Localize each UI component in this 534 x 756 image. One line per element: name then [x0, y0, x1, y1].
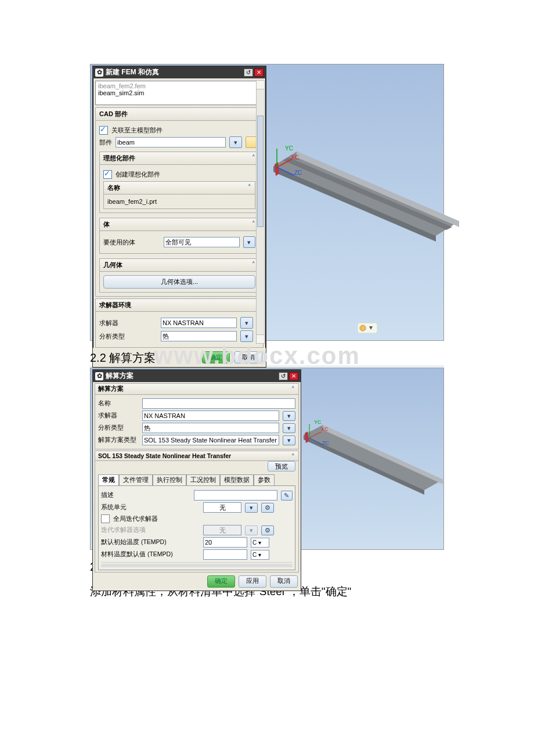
chevron-down-icon[interactable]: ▾	[245, 503, 258, 513]
section-name[interactable]: 名称 ˄	[103, 181, 255, 195]
dialog-new-fem: ✿ 新建 FEM 和仿真 ↺ ✕ ▴ ibeam_fem2.fem ibeam_…	[92, 66, 266, 368]
solution-type-select[interactable]	[142, 435, 279, 445]
svg-line-16	[309, 432, 321, 438]
scroll-up-icon[interactable]	[257, 81, 264, 89]
tempd-input[interactable]	[203, 537, 247, 548]
chevron-down-icon: ▾	[245, 525, 258, 535]
section-sol153[interactable]: SOL 153 Steady State Nonlinear Heat Tran…	[95, 451, 299, 461]
mat-temp-input[interactable]	[203, 549, 247, 560]
file-item[interactable]: ibeam_fem2.fem	[98, 82, 261, 89]
screenshot-solution: ✿ 解算方案 ↺ ✕ 解算方案 ˄ 名称 求解器 ▾	[90, 368, 444, 550]
toolbar-bubble[interactable]	[358, 323, 377, 336]
desc-edit-icon[interactable]: ✎	[281, 491, 293, 501]
tab-exec[interactable]: 执行控制	[153, 474, 186, 485]
chevron-down-icon[interactable]: ▾	[283, 423, 295, 433]
body-use-label: 要使用的体	[103, 238, 160, 247]
chevron-up-icon: ˄	[248, 183, 251, 191]
section-cad[interactable]: CAD 部件 ˄	[95, 107, 264, 121]
close-icon[interactable]: ✕	[254, 69, 264, 77]
chevron-down-icon[interactable]: ▾	[283, 435, 295, 445]
chevron-up-icon: ˄	[252, 154, 255, 161]
chevron-down-icon[interactable]: ▾	[283, 411, 295, 421]
file-item[interactable]: ibeam_sim2.sim	[98, 89, 261, 96]
dialog-titlebar: ✿ 新建 FEM 和仿真 ↺ ✕	[93, 66, 266, 78]
scroll-thumb[interactable]	[257, 116, 264, 227]
dialog-solution: ✿ 解算方案 ↺ ✕ 解算方案 ˄ 名称 求解器 ▾	[92, 369, 301, 591]
viewport-3d[interactable]: YC XC ZC	[302, 420, 443, 548]
section-geom[interactable]: 几何体 ˄	[99, 258, 259, 272]
create-ideal-checkbox[interactable]	[103, 170, 112, 179]
name-label: 名称	[98, 399, 139, 408]
gear-icon: ✿	[95, 372, 103, 380]
section-solver-env[interactable]: 求解器环境 ˄	[95, 298, 264, 312]
sysunit-select[interactable]	[203, 502, 241, 513]
solution-type-label: 解算方案类型	[98, 436, 139, 444]
chevron-down-icon[interactable]: ▾	[240, 330, 253, 342]
sysunit-label: 系统单元	[101, 503, 200, 512]
close-icon[interactable]: ✕	[289, 372, 298, 380]
file-list[interactable]: ▴ ibeam_fem2.fem ibeam_sim2.sim	[95, 81, 264, 105]
iter-label: 全局迭代求解器	[113, 515, 158, 523]
tabs: 常规 文件管理 执行控制 工况控制 模型数据 参数	[98, 474, 295, 485]
tab-case[interactable]: 工况控制	[186, 474, 220, 485]
tab-file[interactable]: 文件管理	[119, 474, 153, 485]
cancel-button[interactable]: 取消	[270, 575, 298, 588]
chevron-up-icon: ˄	[252, 261, 255, 268]
gear-icon: ✿	[95, 69, 103, 77]
solution-name-input[interactable]	[142, 398, 295, 409]
svg-point-10	[360, 325, 366, 331]
link-master-label: 关联至主模型部件	[111, 126, 163, 135]
dialog-title: 新建 FEM 和仿真	[106, 67, 159, 77]
desc-input[interactable]	[194, 490, 277, 501]
name-value: ibeam_fem2_i.prt	[107, 198, 157, 205]
analysis-type-select[interactable]	[161, 331, 237, 341]
apply-button[interactable]: 应用	[239, 575, 266, 588]
body-select[interactable]	[164, 237, 240, 247]
viewport-3d[interactable]: YC XC ZC	[268, 66, 443, 339]
dialog-title: 解算方案	[106, 371, 134, 381]
solver-label: 求解器	[99, 319, 157, 327]
solver-select[interactable]	[142, 411, 279, 421]
dialog-titlebar: ✿ 解算方案 ↺ ✕	[93, 370, 301, 382]
preview-button[interactable]: 预览	[268, 461, 295, 471]
solver-select[interactable]	[161, 318, 237, 328]
scrollbar[interactable]	[256, 80, 265, 344]
chevron-up-icon: ˄	[291, 453, 295, 460]
link-master-checkbox[interactable]	[99, 126, 108, 135]
section-ideal[interactable]: 理想化部件 ˄	[99, 152, 259, 165]
iter-opt-icon[interactable]: ⚙	[261, 525, 274, 535]
mat-temp-unit[interactable]	[251, 550, 269, 560]
axis-xc: XC	[321, 426, 329, 432]
axis-zc: ZC	[322, 440, 329, 446]
tab-general[interactable]: 常规	[98, 474, 119, 485]
reset-button[interactable]: ↺	[279, 372, 288, 380]
iter-opt-select	[203, 525, 241, 535]
body-dropdown-icon[interactable]: ▾	[243, 236, 256, 248]
heading-2-2: 2.2 解算方案	[90, 351, 156, 364]
analysis-type-label: 分析类型	[98, 424, 139, 432]
chevron-down-icon[interactable]: ▾	[240, 317, 253, 329]
part-dropdown[interactable]: ▾	[229, 136, 242, 148]
tab-model[interactable]: 模型数据	[220, 474, 254, 485]
svg-line-17	[309, 438, 322, 445]
analysis-type-select[interactable]	[142, 423, 279, 433]
sysunit-config-icon[interactable]: ⚙	[261, 503, 274, 513]
tempd-unit[interactable]	[251, 538, 269, 548]
section-body[interactable]: 体 ˄	[99, 218, 259, 231]
mat-temp-label: 材料温度默认值 (TEMPD)	[101, 550, 200, 559]
geom-options-button[interactable]: 几何体选项...	[103, 275, 255, 289]
section-scheme[interactable]: 解算方案 ˄	[95, 383, 299, 395]
reset-button[interactable]: ↺	[244, 69, 253, 77]
tab-param[interactable]: 参数	[254, 474, 275, 485]
ok-button[interactable]: 确定	[207, 575, 235, 588]
iter-checkbox[interactable]	[101, 514, 110, 523]
iter-opt-label: 迭代求解器选项	[101, 526, 200, 534]
screenshot-new-fem: ✿ 新建 FEM 和仿真 ↺ ✕ ▴ ibeam_fem2.fem ibeam_…	[90, 64, 444, 341]
solver-label: 求解器	[98, 412, 139, 420]
svg-line-8	[277, 167, 294, 175]
part-input[interactable]	[116, 137, 226, 147]
part-label: 部件	[99, 138, 112, 147]
watermark: www.bdocx.com	[154, 342, 360, 370]
axis-yc: YC	[314, 419, 322, 425]
create-ideal-label: 创建理想化部件	[116, 170, 160, 179]
